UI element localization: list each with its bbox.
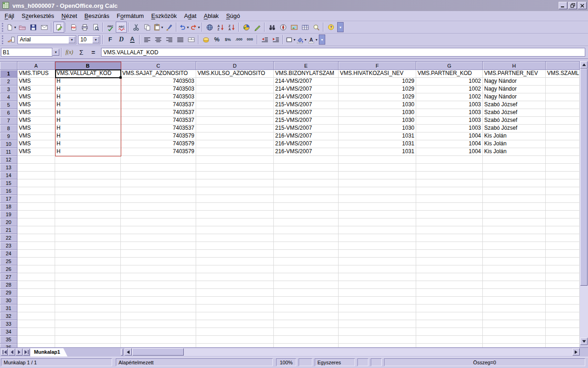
cell-G28[interactable]: [416, 281, 483, 289]
cell-D13[interactable]: [196, 164, 274, 172]
cell-D7[interactable]: [196, 117, 274, 125]
borders-button[interactable]: ▾: [285, 34, 296, 45]
cell-E12[interactable]: [274, 156, 339, 164]
cell-F36[interactable]: [339, 344, 416, 347]
toolbar-overflow-button[interactable]: ▾: [319, 34, 325, 45]
row-header-4[interactable]: 4: [0, 93, 17, 101]
cell-G18[interactable]: [416, 203, 483, 211]
cell-G1[interactable]: VMS.PARTNER_KOD: [416, 70, 483, 78]
cell-F24[interactable]: [339, 250, 416, 258]
cell-F12[interactable]: [339, 156, 416, 164]
export-pdf-button[interactable]: PDF: [68, 22, 79, 33]
cell-B24[interactable]: [55, 250, 121, 258]
cell-F20[interactable]: [339, 218, 416, 226]
cell-B19[interactable]: [55, 211, 121, 218]
cell-G23[interactable]: [416, 242, 483, 250]
vscroll-thumb[interactable]: [580, 69, 588, 286]
cell-F30[interactable]: [339, 297, 416, 305]
cell-B8[interactable]: H: [55, 125, 121, 132]
cell-F31[interactable]: [339, 305, 416, 312]
cell-B11[interactable]: H: [55, 148, 121, 156]
styles-window-button[interactable]: [6, 34, 17, 45]
cell-C32[interactable]: [121, 312, 196, 320]
row-header-11[interactable]: 11: [0, 148, 17, 156]
row-header-23[interactable]: 23: [0, 242, 17, 250]
data-sources-button[interactable]: [300, 22, 311, 33]
cell-I21[interactable]: [546, 226, 580, 234]
cell-F29[interactable]: [339, 289, 416, 297]
cell-A24[interactable]: [17, 250, 55, 258]
cell-G5[interactable]: 1003: [416, 101, 483, 109]
row-header-17[interactable]: 17: [0, 195, 17, 203]
row-header-36[interactable]: 36: [0, 344, 17, 347]
cell-D28[interactable]: [196, 281, 274, 289]
cell-D20[interactable]: [196, 218, 274, 226]
row-header-35[interactable]: 35: [0, 336, 17, 344]
cell-B36[interactable]: [55, 344, 121, 347]
cell-D35[interactable]: [196, 336, 274, 344]
cell-G20[interactable]: [416, 218, 483, 226]
paste-button[interactable]: ▾: [153, 22, 164, 33]
cell-B35[interactable]: [55, 336, 121, 344]
cell-C4[interactable]: 7403503: [121, 93, 196, 101]
auto-spellcheck-button[interactable]: ABC: [116, 22, 127, 33]
cell-E5[interactable]: 215-VMS/2007: [274, 101, 339, 109]
cell-H13[interactable]: [483, 164, 546, 172]
menu-súgó[interactable]: Súgó: [222, 12, 243, 20]
cell-I10[interactable]: [546, 140, 580, 148]
cell-B23[interactable]: [55, 242, 121, 250]
cell-H15[interactable]: [483, 179, 546, 187]
cell-D17[interactable]: [196, 195, 274, 203]
cell-I33[interactable]: [546, 320, 580, 328]
sort-descending-button[interactable]: ZA: [226, 22, 237, 33]
delete-decimal-button[interactable]: 000: [244, 34, 255, 45]
font-size-dropdown[interactable]: ▾: [92, 36, 99, 43]
row-header-28[interactable]: 28: [0, 281, 17, 289]
cell-B26[interactable]: [55, 265, 121, 273]
cell-F1[interactable]: VMS.HIVATKOZASI_NEV: [339, 70, 416, 78]
column-header-I[interactable]: [546, 62, 580, 70]
cell-G8[interactable]: 1003: [416, 125, 483, 132]
cell-F9[interactable]: 1031: [339, 132, 416, 140]
row-header-7[interactable]: 7: [0, 117, 17, 125]
row-header-26[interactable]: 26: [0, 265, 17, 273]
cell-A33[interactable]: [17, 320, 55, 328]
cell-H3[interactable]: Nagy Nándor: [483, 86, 546, 93]
cell-I11[interactable]: [546, 148, 580, 156]
cell-C16[interactable]: [121, 187, 196, 195]
font-color-button[interactable]: A▾: [307, 34, 318, 45]
cell-E35[interactable]: [274, 336, 339, 344]
cell-B13[interactable]: [55, 164, 121, 172]
cell-D34[interactable]: [196, 328, 274, 336]
cell-F18[interactable]: [339, 203, 416, 211]
cell-G3[interactable]: 1002: [416, 86, 483, 93]
cell-A31[interactable]: [17, 305, 55, 312]
cell-G16[interactable]: [416, 187, 483, 195]
cell-B22[interactable]: [55, 234, 121, 242]
cell-B12[interactable]: [55, 156, 121, 164]
cell-D26[interactable]: [196, 265, 274, 273]
cell-A29[interactable]: [17, 289, 55, 297]
cell-F7[interactable]: 1030: [339, 117, 416, 125]
number-percent-button[interactable]: %: [211, 34, 222, 45]
cell-H27[interactable]: [483, 273, 546, 281]
row-header-5[interactable]: 5: [0, 101, 17, 109]
cell-C26[interactable]: [121, 265, 196, 273]
cell-A2[interactable]: VMS: [17, 78, 55, 86]
font-name-dropdown[interactable]: ▾: [68, 36, 75, 43]
toolbar-grip[interactable]: [2, 35, 3, 44]
cell-B6[interactable]: H: [55, 109, 121, 117]
cell-E18[interactable]: [274, 203, 339, 211]
menu-eszközök[interactable]: Eszközök: [147, 12, 181, 20]
cell-G17[interactable]: [416, 195, 483, 203]
cell-D6[interactable]: [196, 109, 274, 117]
cell-A6[interactable]: VMS: [17, 109, 55, 117]
help-button[interactable]: ?: [325, 22, 336, 33]
cell-C22[interactable]: [121, 234, 196, 242]
cell-I27[interactable]: [546, 273, 580, 281]
cell-G32[interactable]: [416, 312, 483, 320]
cell-G36[interactable]: [416, 344, 483, 347]
merge-cells-button[interactable]: [186, 34, 197, 45]
undo-dropdown-arrow[interactable]: ▾: [187, 25, 189, 29]
last-sheet-button[interactable]: [23, 349, 30, 356]
